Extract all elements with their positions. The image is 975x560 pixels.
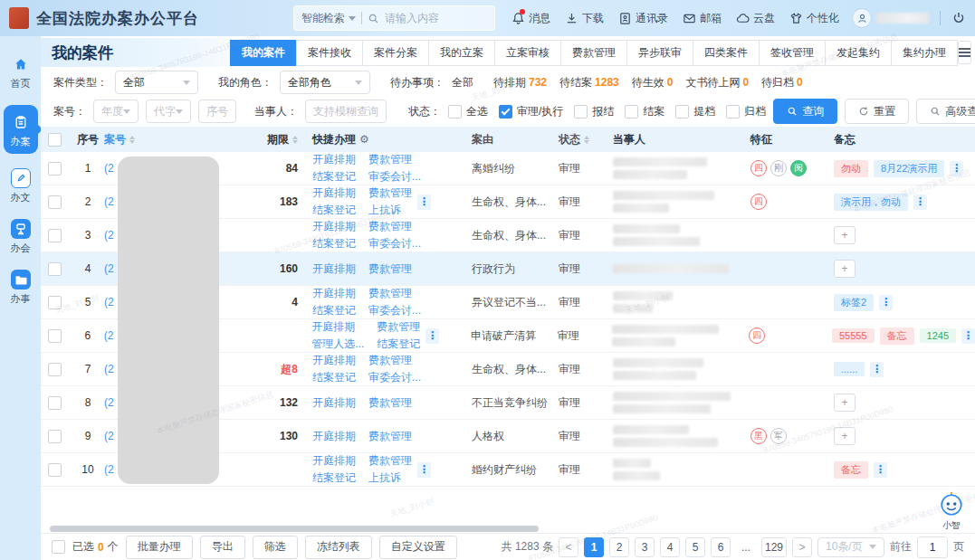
checkbox[interactable] <box>574 105 588 119</box>
筛选-button[interactable]: 筛选 <box>253 536 298 559</box>
quick-action-审委会讨[interactable]: 审委会讨... <box>368 303 421 318</box>
page-button-3[interactable]: 3 <box>635 537 655 557</box>
select-all-checkbox[interactable] <box>48 133 62 147</box>
sort-icon[interactable] <box>292 136 298 144</box>
memo-tag[interactable]: 勿动 <box>834 160 868 177</box>
search-mode-select[interactable]: 智能检索 <box>301 11 356 26</box>
quick-action-开庭排期[interactable]: 开庭排期 <box>312 453 356 469</box>
quick-action-结案登记[interactable]: 结案登记 <box>377 337 420 352</box>
memo-tag[interactable]: 备忘 <box>880 327 914 345</box>
memo-tag[interactable]: 8月22演示用 <box>874 160 944 177</box>
status-option-结案[interactable]: 结案 <box>625 104 664 119</box>
user-avatar[interactable] <box>852 8 929 28</box>
more-memo-button[interactable]: ⋮ <box>879 295 893 310</box>
quick-action-结案登记[interactable]: 结案登记 <box>312 203 356 218</box>
todo-filter-待排期[interactable]: 待排期732 <box>493 75 547 90</box>
goto-page-input[interactable]: 1 <box>917 536 948 558</box>
status-option-审理/执行[interactable]: 审理/执行 <box>499 104 563 119</box>
tab-立案审核[interactable]: 立案审核 <box>494 40 561 66</box>
logout-icon[interactable] <box>951 11 966 25</box>
checkbox-checked[interactable] <box>499 105 512 119</box>
advanced-query-button[interactable]: 高级查询 <box>916 99 975 124</box>
query-button[interactable]: 查询 <box>773 99 837 124</box>
next-page-button[interactable]: > <box>792 537 812 557</box>
checkbox[interactable] <box>726 105 740 119</box>
prev-page-button[interactable]: < <box>559 537 578 557</box>
add-memo-button[interactable]: + <box>834 427 856 445</box>
todo-filter-文书待上网[interactable]: 文书待上网0 <box>685 75 749 90</box>
quick-action-开庭排期[interactable]: 开庭排期 <box>312 219 356 234</box>
case-type-select[interactable]: 全部 <box>115 71 198 94</box>
quick-action-费款管理[interactable]: 费款管理 <box>377 319 420 335</box>
page-button-1[interactable]: 1 <box>584 537 604 557</box>
page-button-4[interactable]: 4 <box>660 537 680 557</box>
quick-action-费款管理[interactable]: 费款管理 <box>368 152 421 167</box>
冻结列表-button[interactable]: 冻结列表 <box>305 536 372 559</box>
reset-button[interactable]: 重置 <box>845 99 909 124</box>
quick-action-结案登记[interactable]: 结案登记 <box>312 303 356 318</box>
row-checkbox[interactable] <box>48 463 62 477</box>
page-button-5[interactable]: 5 <box>685 537 705 557</box>
nav-bell[interactable]: 消息 <box>511 11 550 26</box>
search-input[interactable]: 请输入内容 <box>385 11 439 26</box>
memo-tag[interactable]: ...... <box>834 362 865 376</box>
memo-tag[interactable]: 备忘 <box>834 461 868 479</box>
role-select[interactable]: 全部角色 <box>280 71 370 94</box>
settings-gear-icon[interactable]: ⚙ <box>359 133 369 146</box>
memo-tag[interactable]: 演示用，勿动 <box>834 194 908 211</box>
todo-filter-待归档[interactable]: 待归档0 <box>761 75 803 90</box>
nav-cloud[interactable]: 云盘 <box>736 11 775 26</box>
todo-filter-待结案[interactable]: 待结案1283 <box>559 75 619 90</box>
row-checkbox[interactable] <box>48 363 62 376</box>
quick-action-费款管理[interactable]: 费款管理 <box>368 219 421 234</box>
quick-action-开庭排期[interactable]: 开庭排期 <box>312 152 356 167</box>
memo-tag[interactable]: 1245 <box>920 328 956 343</box>
page-button-129[interactable]: 129 <box>761 537 787 557</box>
quick-action-开庭排期[interactable]: 开庭排期 <box>312 429 356 444</box>
自定义设置-button[interactable]: 自定义设置 <box>379 536 457 559</box>
quick-action-审委会讨[interactable]: 审委会讨... <box>368 370 421 385</box>
memo-tag[interactable]: 55555 <box>832 328 875 343</box>
memo-tag[interactable]: 标签2 <box>834 294 874 311</box>
quick-action-结案登记[interactable]: 结案登记 <box>312 236 356 252</box>
more-actions-button[interactable]: ⋮ <box>417 195 431 210</box>
tab-案件分案[interactable]: 案件分案 <box>362 40 429 66</box>
quick-action-结案登记[interactable]: 结案登记 <box>312 470 356 486</box>
tab-签收管理[interactable]: 签收管理 <box>759 40 826 66</box>
row-checkbox[interactable] <box>48 262 62 276</box>
sidebar-item-首页[interactable]: 首页 <box>0 54 41 90</box>
导出-button[interactable]: 导出 <box>200 536 245 559</box>
tab-集约办理[interactable]: 集约办理 <box>891 40 958 66</box>
page-button-2[interactable]: 2 <box>609 537 629 557</box>
sort-icon[interactable] <box>129 136 135 144</box>
quick-action-上抗诉[interactable]: 上抗诉 <box>368 470 412 486</box>
quick-action-费款管理[interactable]: 费款管理 <box>368 261 412 277</box>
collapse-menu-button[interactable] <box>958 41 971 64</box>
row-checkbox[interactable] <box>48 195 62 209</box>
select-all-checkbox[interactable] <box>52 540 65 554</box>
checkbox[interactable] <box>448 105 462 119</box>
tab-异步联审[interactable]: 异步联审 <box>626 40 693 66</box>
sidebar-item-办会[interactable]: 办会 <box>0 219 41 255</box>
page-size-select[interactable]: 10条/页 <box>817 537 884 557</box>
tab-我的立案[interactable]: 我的立案 <box>428 40 495 66</box>
sidebar-item-办案[interactable]: 办案 <box>4 105 38 154</box>
more-memo-button[interactable]: ⋮ <box>950 161 963 176</box>
more-memo-button[interactable]: ⋮ <box>961 328 975 344</box>
tab-发起集约[interactable]: 发起集约 <box>825 40 892 66</box>
quick-action-开庭排期[interactable]: 开庭排期 <box>312 261 356 277</box>
quick-action-开庭排期[interactable]: 开庭排期 <box>312 286 356 301</box>
tab-四类案件[interactable]: 四类案件 <box>693 40 760 66</box>
party-input[interactable]: 支持模糊查询 <box>305 100 387 123</box>
quick-action-开庭排期[interactable]: 开庭排期 <box>311 319 364 335</box>
tab-我的案件[interactable]: 我的案件 <box>230 40 297 66</box>
status-option-全选[interactable]: 全选 <box>448 104 488 119</box>
horizontal-scrollbar[interactable] <box>50 526 539 532</box>
row-checkbox[interactable] <box>48 296 62 309</box>
tab-费款管理[interactable]: 费款管理 <box>560 40 627 66</box>
row-checkbox[interactable] <box>48 329 62 343</box>
quick-action-管理人选[interactable]: 管理人选... <box>311 337 364 352</box>
quick-action-审委会讨[interactable]: 审委会讨... <box>368 169 421 185</box>
more-actions-button[interactable]: ⋮ <box>425 328 439 344</box>
sidebar-item-办事[interactable]: 办事 <box>0 270 41 306</box>
